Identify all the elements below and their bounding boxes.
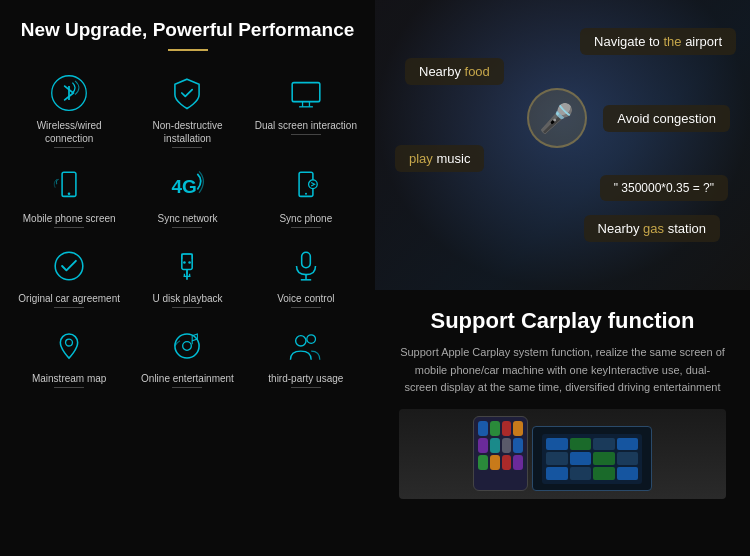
app-icon-3: [502, 421, 512, 436]
car-app-7: [593, 452, 615, 465]
features-grid: Wireless/wired connection Non-destructiv…: [10, 63, 365, 396]
svg-point-26: [307, 334, 316, 343]
feature-label-mobile: Mobile phone screen: [23, 212, 116, 225]
app-icon-11: [502, 455, 512, 470]
car-app-9: [546, 467, 568, 480]
car-app-12: [617, 467, 639, 480]
feature-dual-screen: Dual screen interaction: [247, 63, 365, 156]
car-app-3: [593, 438, 615, 451]
mic-container: 🎤: [527, 88, 587, 148]
feature-divider: [54, 387, 84, 388]
feature-divider: [291, 134, 321, 135]
feature-map: Mainstream map: [10, 316, 128, 396]
svg-point-23: [183, 341, 192, 350]
4g-icon: 4G: [165, 164, 209, 208]
feature-label-bluetooth: Wireless/wired connection: [14, 119, 124, 145]
left-panel: New Upgrade, Powerful Performance Wirele…: [0, 0, 375, 556]
bubble-navigate: Navigate to the airport: [580, 28, 736, 55]
feature-divider: [291, 307, 321, 308]
car-app-4: [617, 438, 639, 451]
feature-label-shield: Non-destructive installation: [132, 119, 242, 145]
feature-label-agreement: Original car agreement: [18, 292, 120, 305]
svg-point-16: [189, 261, 192, 264]
app-icon-12: [513, 455, 523, 470]
svg-text:4G: 4G: [172, 176, 197, 197]
shield-icon: [165, 71, 209, 115]
car-app-11: [593, 467, 615, 480]
bubble-calc: " 350000*0.35 = ?": [600, 175, 728, 201]
feature-label-dual-screen: Dual screen interaction: [255, 119, 357, 132]
food-highlight: food: [465, 64, 490, 79]
svg-point-21: [66, 339, 73, 346]
app-icon-1: [478, 421, 488, 436]
car-app-2: [570, 438, 592, 451]
svg-point-10: [305, 192, 307, 194]
sync-phone-icon: [284, 164, 328, 208]
users-icon: [284, 324, 328, 368]
feature-shield: Non-destructive installation: [128, 63, 246, 156]
svg-point-25: [295, 335, 305, 345]
svg-point-22: [175, 334, 199, 358]
navigate-highlight: the: [663, 34, 681, 49]
title-divider: [168, 49, 208, 51]
svg-rect-18: [302, 252, 311, 268]
feature-label-usb: U disk playback: [152, 292, 222, 305]
app-icon-9: [478, 455, 488, 470]
app-icon-6: [490, 438, 500, 453]
svg-point-15: [184, 261, 187, 264]
bubble-play: play music: [395, 145, 484, 172]
feature-divider: [54, 307, 84, 308]
check-circle-icon: [47, 244, 91, 288]
mobile-icon: [47, 164, 91, 208]
car-app-5: [546, 452, 568, 465]
feature-4g: 4G Sync network: [128, 156, 246, 236]
carplay-bottom-section: Support Carplay function Support Apple C…: [375, 290, 750, 556]
phone-car-mockup: [465, 409, 660, 499]
car-app-6: [570, 452, 592, 465]
feature-divider: [172, 307, 202, 308]
voice-control-icon: [284, 244, 328, 288]
phone-screen: [473, 416, 528, 491]
feature-divider: [291, 387, 321, 388]
microphone-icon: 🎤: [539, 102, 574, 135]
gas-highlight: gas: [643, 221, 664, 236]
app-icon-5: [478, 438, 488, 453]
feature-divider: [172, 147, 202, 148]
feature-mobile: Mobile phone screen: [10, 156, 128, 236]
feature-divider: [54, 147, 84, 148]
car-app-10: [570, 467, 592, 480]
entertainment-icon: [165, 324, 209, 368]
bubble-food: Nearby food: [405, 58, 504, 85]
feature-divider: [172, 387, 202, 388]
feature-label-4g: Sync network: [157, 212, 217, 225]
feature-voice: Voice control: [247, 236, 365, 316]
feature-divider: [291, 227, 321, 228]
svg-rect-13: [182, 254, 192, 270]
play-highlight: play: [409, 151, 433, 166]
feature-divider: [54, 227, 84, 228]
svg-point-12: [55, 252, 83, 280]
feature-label-voice: Voice control: [277, 292, 334, 305]
map-icon: [47, 324, 91, 368]
car-app-1: [546, 438, 568, 451]
feature-label-sync-phone: Sync phone: [279, 212, 332, 225]
carplay-mockup-image: [399, 409, 726, 499]
app-icon-2: [490, 421, 500, 436]
right-panel: 🎤 Navigate to the airport Nearby food Av…: [375, 0, 750, 556]
usb-icon: [165, 244, 209, 288]
bluetooth-icon: [47, 71, 91, 115]
bubble-avoid: Avoid congestion: [603, 105, 730, 132]
feature-label-map: Mainstream map: [32, 372, 106, 385]
car-display-inner: [542, 434, 642, 484]
carplay-title: Support Carplay function: [399, 308, 726, 334]
feature-divider: [172, 227, 202, 228]
feature-usb: U disk playback: [128, 236, 246, 316]
voice-commands-area: 🎤 Navigate to the airport Nearby food Av…: [375, 0, 750, 290]
feature-sync-phone: Sync phone: [247, 156, 365, 236]
bubble-gas: Nearby gas station: [584, 215, 720, 242]
feature-third-party: third-party usage: [247, 316, 365, 396]
svg-rect-1: [292, 82, 320, 101]
feature-label-third-party: third-party usage: [268, 372, 343, 385]
dual-screen-icon: [284, 71, 328, 115]
app-icon-10: [490, 455, 500, 470]
